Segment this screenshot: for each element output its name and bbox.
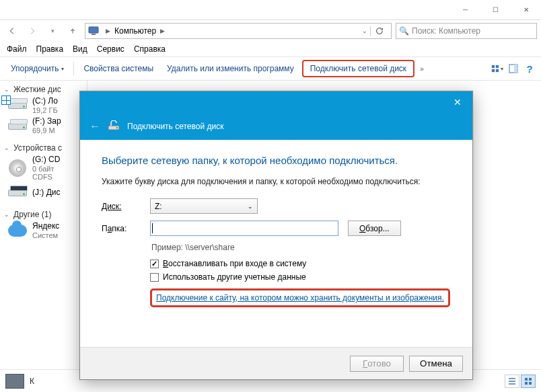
- svg-rect-4: [492, 69, 495, 72]
- dialog-header: ← Подключить сетевой диск: [80, 113, 472, 140]
- window-close-button[interactable]: ✕: [511, 0, 541, 20]
- svg-rect-11: [529, 382, 532, 385]
- svg-rect-9: [529, 378, 532, 381]
- drive-c[interactable]: (C:) Ло19,2 ГБ: [4, 95, 87, 116]
- reconnect-checkbox[interactable]: [150, 260, 159, 268]
- highlight-map-drive: Подключить сетевой диск: [302, 60, 414, 77]
- drive-letter-value: Z:: [155, 202, 162, 211]
- nav-fwd-button[interactable]: [24, 23, 40, 39]
- chevron-down-icon: ⌄: [248, 203, 253, 210]
- svg-rect-1: [92, 34, 96, 35]
- drive-f[interactable]: (F:) Зар69,9 М: [4, 116, 87, 136]
- search-placeholder: Поиск: Компьютер: [412, 26, 480, 36]
- example-hint: Пример: \\server\share: [151, 243, 451, 252]
- nav-tree: ⌄Жесткие дис (C:) Ло19,2 ГБ (F:) Зар69,9…: [0, 81, 87, 336]
- bd-drive-icon: [7, 184, 28, 202]
- cd-drive-icon: [7, 159, 28, 177]
- svg-rect-7: [514, 65, 517, 73]
- connect-website-link[interactable]: Подключение к сайту, на котором можно хр…: [156, 293, 444, 303]
- menu-view[interactable]: Вид: [73, 44, 87, 54]
- menu-tools[interactable]: Сервис: [97, 44, 124, 54]
- dialog-heading: Выберите сетевую папку, к которой необхо…: [102, 155, 451, 166]
- svg-rect-3: [496, 65, 499, 68]
- network-drive-icon: [107, 120, 120, 132]
- tree-group-other[interactable]: ⌄Другие (1): [4, 208, 87, 221]
- folder-path-input[interactable]: [150, 221, 338, 236]
- nav-history-dropdown[interactable]: ▾: [44, 23, 61, 39]
- help-icon[interactable]: ?: [524, 63, 536, 75]
- tree-group-hdd[interactable]: ⌄Жесткие дис: [4, 83, 87, 95]
- map-drive-dialog: ✕ ← Подключить сетевой диск Выберите сет…: [79, 91, 473, 380]
- computer-icon: [88, 26, 99, 36]
- preview-pane-icon[interactable]: [507, 63, 519, 75]
- drive-icon: [7, 118, 28, 135]
- window-maximize-button[interactable]: ☐: [480, 0, 511, 20]
- yandex-disk-item[interactable]: ЯндексСистем: [4, 221, 87, 241]
- text-caret: [152, 223, 153, 233]
- dialog-instruction: Укажите букву диска для подключения и па…: [102, 177, 451, 186]
- svg-rect-10: [525, 382, 528, 385]
- dialog-title-text: Подключить сетевой диск: [127, 122, 223, 131]
- svg-rect-8: [525, 378, 528, 381]
- dialog-footer: Готово Отмена: [80, 347, 472, 379]
- cloud-icon: [7, 222, 28, 239]
- breadcrumb-chevron[interactable]: ▶: [157, 28, 168, 34]
- menu-edit[interactable]: Правка: [36, 44, 64, 54]
- reconnect-label: Восстанавливать при входе в систему: [163, 259, 306, 268]
- svg-rect-2: [492, 65, 495, 68]
- label-drive: Диск:: [102, 202, 141, 211]
- search-icon: 🔍: [399, 26, 409, 36]
- window-minimize-button[interactable]: ─: [450, 0, 480, 20]
- label-folder: Папка:: [102, 224, 141, 233]
- drive-letter-select[interactable]: Z: ⌄: [150, 198, 258, 214]
- nav-back-button[interactable]: [4, 23, 20, 39]
- nav-up-button[interactable]: [65, 23, 81, 39]
- view-details-icon[interactable]: [505, 375, 519, 388]
- toolbar-organize[interactable]: Упорядочить▾: [5, 61, 69, 76]
- toolbar: Упорядочить▾ Свойства системы Удалить ил…: [0, 57, 541, 81]
- toolbar-uninstall-program[interactable]: Удалить или изменить программу: [161, 61, 299, 76]
- view-large-icons-icon[interactable]: [521, 375, 536, 388]
- window-titlebar: ─ ☐ ✕: [0, 0, 541, 20]
- menubar: Файл Правка Вид Сервис Справка: [0, 42, 541, 57]
- refresh-button[interactable]: [370, 26, 388, 36]
- search-input[interactable]: 🔍 Поиск: Компьютер: [396, 23, 537, 39]
- dialog-close-button[interactable]: ✕: [443, 91, 472, 113]
- dialog-back-button[interactable]: ←: [89, 120, 100, 132]
- different-creds-checkbox[interactable]: [150, 273, 159, 282]
- different-creds-label: Использовать другие учетные данные: [163, 272, 306, 282]
- cancel-button[interactable]: Отмена: [409, 356, 463, 372]
- svg-rect-0: [89, 27, 98, 33]
- dialog-body: Выберите сетевую папку, к которой необхо…: [80, 140, 472, 314]
- breadcrumb-chevron[interactable]: ▶: [103, 28, 113, 34]
- svg-rect-5: [496, 69, 499, 72]
- browse-button[interactable]: Обзор...: [348, 221, 401, 236]
- breadcrumb-item[interactable]: Компьютер: [113, 26, 157, 36]
- address-dropdown[interactable]: ⌄: [359, 28, 370, 34]
- toolbar-overflow[interactable]: »: [417, 65, 427, 73]
- toolbar-system-properties[interactable]: Свойства системы: [78, 61, 159, 76]
- tree-group-devices[interactable]: ⌄Устройства с: [4, 142, 87, 154]
- drive-icon: [7, 97, 28, 114]
- finish-button[interactable]: Готово: [350, 356, 404, 372]
- address-bar[interactable]: ▶ Компьютер ▶ ⌄: [85, 23, 392, 39]
- menu-file[interactable]: Файл: [7, 44, 27, 54]
- status-text: К: [30, 377, 34, 386]
- status-thumb-icon: [5, 374, 24, 389]
- menu-help[interactable]: Справка: [134, 44, 166, 54]
- drive-g[interactable]: (G:) CD0 байтCDFS: [4, 154, 87, 183]
- drive-j[interactable]: (J:) Дис: [4, 183, 87, 203]
- dialog-titlebar: ✕: [80, 91, 472, 113]
- svg-point-13: [116, 127, 118, 129]
- toolbar-map-network-drive[interactable]: Подключить сетевой диск: [308, 63, 409, 75]
- highlight-storage-link: Подключение к сайту, на котором можно хр…: [150, 288, 450, 307]
- view-layout-icon[interactable]: [491, 63, 503, 75]
- address-row: ▾ ▶ Компьютер ▶ ⌄ 🔍 Поиск: Компьютер: [0, 20, 541, 42]
